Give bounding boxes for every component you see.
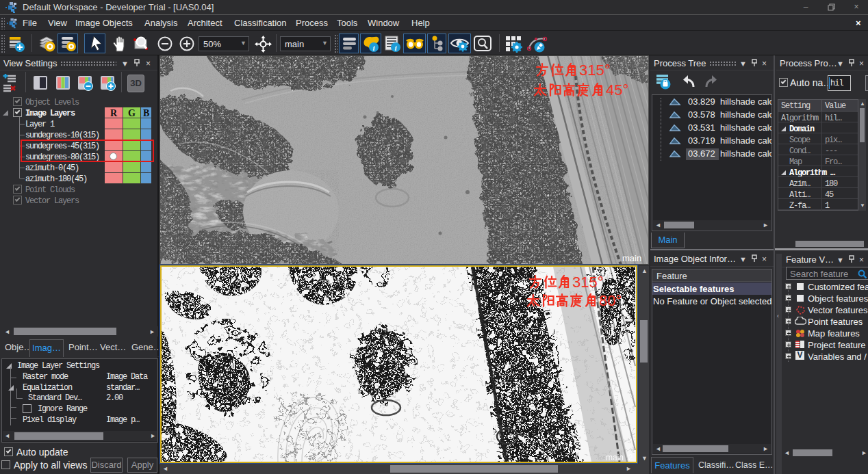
svg-text:main: main [622,253,641,263]
svg-text:45°: 45° [606,81,628,98]
svg-text:315°: 315° [579,62,611,79]
svg-text:main_2: main_2 [606,453,633,462]
svg-text:80°: 80° [599,292,622,309]
svg-text:315°: 315° [572,274,604,291]
